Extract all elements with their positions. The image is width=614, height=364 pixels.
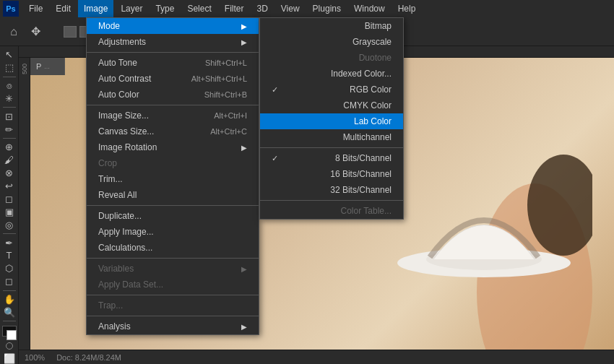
- mode-32bit[interactable]: 32 Bits/Channel: [260, 182, 403, 198]
- background-color[interactable]: [7, 330, 17, 340]
- mode-indexed-color[interactable]: Indexed Color...: [260, 66, 403, 82]
- menu-item-auto-tone[interactable]: Auto Tone Shift+Ctrl+L: [87, 55, 259, 71]
- menu-view[interactable]: View: [275, 0, 306, 17]
- menu-item-canvas-size[interactable]: Canvas Size... Alt+Ctrl+C: [87, 124, 259, 139]
- eraser-tool[interactable]: ◻: [1, 194, 17, 205]
- apply-image-label: Apply Image...: [98, 227, 154, 237]
- shape-tool[interactable]: ◻: [1, 276, 17, 287]
- menu-window[interactable]: Window: [348, 0, 391, 17]
- grayscale-check: [272, 38, 283, 46]
- crop-tool[interactable]: ⊡: [1, 110, 17, 122]
- multichannel-check: [272, 133, 283, 142]
- menu-type[interactable]: Type: [150, 0, 180, 17]
- eyedropper-tool[interactable]: ✏: [1, 124, 17, 135]
- pen-tool[interactable]: ✒: [1, 237, 17, 248]
- menu-edit[interactable]: Edit: [50, 0, 77, 17]
- duotone-label: Duotone: [359, 53, 392, 63]
- canvas-size-shortcut: Alt+Ctrl+C: [210, 127, 247, 136]
- home-icon[interactable]: ⌂: [6, 24, 22, 40]
- rgb-label: RGB Color: [350, 84, 392, 95]
- history-tool[interactable]: ↩: [1, 181, 17, 192]
- menu-item-trim[interactable]: Trim...: [87, 171, 259, 187]
- apply-data-set-label: Apply Data Set...: [98, 280, 163, 290]
- menu-item-reveal-all[interactable]: Reveal All: [87, 187, 259, 203]
- gradient-tool[interactable]: ▣: [1, 206, 17, 217]
- menu-item-crop: Crop: [87, 155, 259, 171]
- menu-item-adjustments[interactable]: Adjustments ▶: [87, 34, 259, 50]
- foreground-color[interactable]: [2, 326, 17, 337]
- separator-2: [87, 105, 259, 105]
- menu-layer[interactable]: Layer: [115, 0, 148, 17]
- menu-help[interactable]: Help: [392, 0, 422, 17]
- menu-image[interactable]: Image: [78, 0, 113, 17]
- mode-8bit[interactable]: ✓ 8 Bits/Channel: [260, 150, 403, 166]
- menu-item-image-size[interactable]: Image Size... Alt+Ctrl+I: [87, 108, 259, 124]
- menu-item-apply-image[interactable]: Apply Image...: [87, 224, 259, 240]
- mode-sep-1: [260, 147, 403, 148]
- canvas-tab[interactable]: P ...: [30, 58, 65, 75]
- 16bit-label: 16 Bits/Channel: [330, 169, 392, 179]
- magic-wand-tool[interactable]: ✳: [1, 93, 17, 105]
- mode-rgb[interactable]: ✓ RGB Color: [260, 82, 403, 98]
- menu-plugins[interactable]: Plugins: [307, 0, 347, 17]
- menu-item-duplicate[interactable]: Duplicate...: [87, 208, 259, 224]
- separator-6: [87, 316, 259, 316]
- mode-submenu: Bitmap Grayscale Duotone Indexed Color..…: [259, 17, 404, 220]
- 32bit-label: 32 Bits/Channel: [330, 185, 392, 195]
- mode-grayscale[interactable]: Grayscale: [260, 34, 403, 50]
- menu-select[interactable]: Select: [181, 0, 217, 17]
- dodge-tool[interactable]: ◎: [1, 219, 17, 230]
- ps-logo: Ps: [3, 1, 19, 17]
- status-bar: 100% Doc: 8.24M/8.24M: [19, 350, 614, 364]
- menu-item-image-rotation[interactable]: Image Rotation ▶: [87, 139, 259, 155]
- mode-color-table: Color Table...: [260, 203, 403, 219]
- brush-tool[interactable]: 🖌: [1, 155, 17, 166]
- path-tool[interactable]: ⬡: [1, 263, 17, 274]
- hand-tool[interactable]: ✋: [1, 294, 17, 306]
- mode-16bit[interactable]: 16 Bits/Channel: [260, 166, 403, 182]
- variables-arrow: ▶: [241, 265, 247, 273]
- mode-cmyk[interactable]: CMYK Color: [260, 98, 403, 113]
- duplicate-label: Duplicate...: [98, 211, 142, 221]
- toolbar: ↖ ⬚ ⌾ ✳ ⊡ ✏ ⊕ 🖌 ⊗ ↩ ◻ ▣ ◎ ✒ T ⬡ ◻ ✋ 🔍 ⬜: [0, 46, 19, 364]
- mode-multichannel[interactable]: Multichannel: [260, 129, 403, 145]
- mode-label: Mode: [98, 21, 120, 31]
- indexed-check: [272, 69, 283, 78]
- fullscreen-icon[interactable]: ⬜: [1, 352, 17, 364]
- ruler-vertical: 500: [19, 58, 30, 364]
- image-menu-dropdown: Mode ▶ Adjustments ▶ Auto Tone Shift+Ctr…: [86, 17, 259, 335]
- analysis-arrow: ▶: [241, 323, 247, 331]
- align-btn-1[interactable]: [64, 26, 77, 38]
- selection-tool[interactable]: ⬚: [1, 62, 17, 74]
- image-size-shortcut: Alt+Ctrl+I: [214, 111, 247, 120]
- menu-item-calculations[interactable]: Calculations...: [87, 240, 259, 256]
- menu-3d[interactable]: 3D: [251, 0, 273, 17]
- quick-mask-icon[interactable]: [6, 342, 13, 350]
- move-tool[interactable]: ↖: [1, 49, 17, 61]
- analysis-label: Analysis: [98, 321, 131, 332]
- mode-bitmap[interactable]: Bitmap: [260, 18, 403, 34]
- auto-tone-shortcut: Shift+Ctrl+L: [205, 58, 247, 67]
- menu-filter[interactable]: Filter: [219, 0, 250, 17]
- variables-label: Variables: [98, 264, 134, 274]
- menu-file[interactable]: File: [23, 0, 48, 17]
- zoom-tool[interactable]: 🔍: [1, 306, 17, 318]
- menu-item-auto-color[interactable]: Auto Color Shift+Ctrl+B: [87, 87, 259, 103]
- lasso-tool[interactable]: ⌾: [1, 80, 17, 92]
- healing-tool[interactable]: ⊕: [1, 142, 17, 153]
- mode-lab-color[interactable]: Lab Color: [260, 113, 403, 129]
- move-icon[interactable]: ✥: [27, 24, 43, 40]
- trap-label: Trap...: [98, 300, 123, 311]
- stamp-tool[interactable]: ⊗: [1, 168, 17, 179]
- menu-item-mode[interactable]: Mode ▶: [87, 18, 259, 34]
- rgb-check: ✓: [272, 85, 283, 95]
- cmyk-label: CMYK Color: [343, 100, 392, 110]
- auto-contrast-label: Auto Contrast: [98, 74, 151, 84]
- menu-item-analysis[interactable]: Analysis ▶: [87, 318, 259, 334]
- menu-item-auto-contrast[interactable]: Auto Contrast Alt+Shift+Ctrl+L: [87, 71, 259, 87]
- color-table-check: [272, 207, 283, 215]
- mode-icons: [6, 342, 13, 350]
- tool-sep-4: [3, 233, 16, 234]
- mode-duotone: Duotone: [260, 50, 403, 66]
- text-tool[interactable]: T: [1, 250, 17, 261]
